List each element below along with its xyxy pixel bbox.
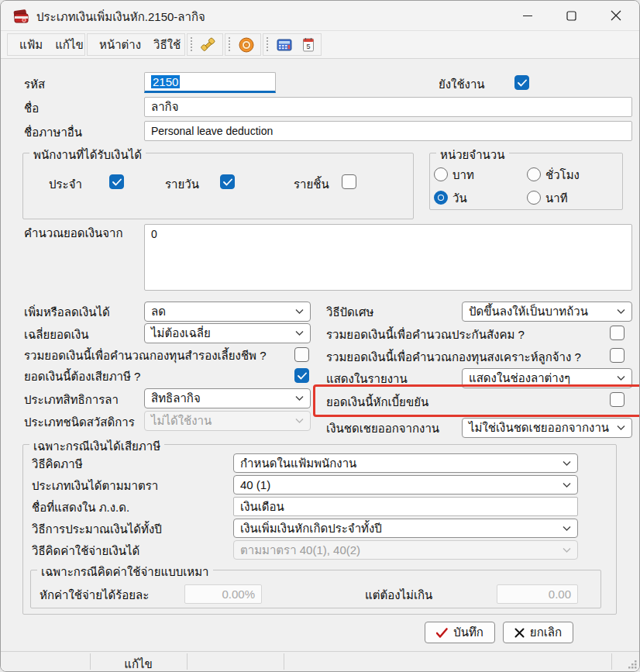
add-deduct-dropdown[interactable]: ลด (144, 302, 311, 322)
report-value: แสดงในช่องลาต่างๆ (469, 369, 570, 388)
sso-checkbox[interactable] (610, 326, 625, 340)
status-divider (187, 653, 188, 670)
chevron-down-icon (295, 419, 304, 424)
menu-help[interactable]: วิธีใช้ (147, 34, 187, 55)
toolbar: แฟ้ม แก้ไข หน้าต่าง วิธีใช้ (1, 30, 639, 59)
diligence-checkbox[interactable] (610, 392, 625, 407)
severance-value: ไม่ใช่เงินชดเชยออกจากงาน (469, 419, 609, 437)
severance-dropdown[interactable]: ไม่ใช่เงินชดเชยออกจากงาน (462, 418, 632, 438)
provident-checkbox[interactable] (294, 347, 309, 362)
toolbar-grip[interactable] (266, 37, 269, 53)
close-button[interactable] (597, 1, 635, 30)
name-label: ชื่อ (24, 101, 39, 116)
unit-hour-label: ชั่วโมง (545, 167, 580, 183)
chevron-down-icon (617, 309, 625, 315)
calendar-day-number: 5 (307, 43, 311, 50)
code-selected-text: 2150 (151, 75, 180, 88)
calc-from-textarea[interactable]: 0 (144, 224, 632, 291)
cancel-button[interactable]: ยกเลิก (503, 622, 573, 643)
toolbar-group-tools: 5 (263, 33, 322, 56)
lump-sum-group-title: เฉพาะกรณีคิดค่าใช้จ่ายแบบเหมา (37, 563, 213, 581)
save-button-label: บันทึก (453, 623, 483, 642)
check-icon (223, 178, 232, 186)
chevron-down-icon (295, 331, 304, 336)
tax-method-value: กำหนดในแฟ้มพนักงาน (240, 454, 356, 473)
expense-method-dropdown: ตามมาตรา 40(1), 40(2) (233, 540, 578, 560)
cancel-button-label: ยกเลิก (530, 623, 562, 642)
unit-day-radio[interactable] (434, 191, 448, 205)
target-tool-button[interactable] (234, 34, 259, 55)
calculator-icon (276, 36, 293, 53)
section-dropdown[interactable]: 40 (1) (233, 475, 578, 495)
app-icon (12, 7, 30, 26)
resize-grip[interactable] (627, 659, 638, 670)
section-value: 40 (1) (240, 478, 270, 491)
phone-icon (200, 36, 217, 53)
leave-right-value: สิทธิลากิจ (151, 389, 201, 408)
expense-percent-value: 0.00% (222, 588, 255, 601)
pnd-name-label: ชื่อที่แสดงใน ภ.ง.ด. (32, 500, 129, 515)
maximize-button[interactable] (554, 1, 588, 30)
name-other-value: Personal leave deduction (151, 125, 273, 137)
permanent-label: ประจำ (49, 177, 82, 192)
chevron-down-icon (617, 376, 625, 381)
save-check-icon (436, 628, 448, 638)
employee-type-group-title: พนักงานที่ได้รับเงินได้ (29, 146, 146, 164)
calendar-tool-button[interactable]: 5 (296, 34, 321, 55)
expense-method-value: ตามมาตรา 40(1), 40(2) (240, 541, 360, 560)
save-button[interactable]: บันทึก (425, 622, 495, 643)
menu-window[interactable]: หน้าต่าง (93, 34, 147, 55)
calculator-tool-button[interactable] (272, 34, 297, 55)
menu-group-file: แฟ้ม แก้ไข (7, 33, 85, 56)
severance-label: เงินชดเชยออกจากงาน (326, 421, 439, 436)
menu-file[interactable]: แฟ้ม (13, 34, 49, 55)
taxable-label: ยอดเงินนี้ต้องเสียภาษี ? (24, 369, 140, 384)
tax-method-dropdown[interactable]: กำหนดในแฟ้มพนักงาน (233, 453, 578, 473)
permanent-checkbox[interactable] (109, 174, 124, 189)
rounding-dropdown[interactable]: ปัดขึ้นลงให้เป็นบาทถ้วน (462, 302, 632, 322)
calc-from-label: คำนวณยอดเงินจาก (24, 226, 123, 241)
unit-day-label: วัน (452, 191, 467, 206)
leave-right-dropdown[interactable]: สิทธิลากิจ (144, 388, 311, 408)
name-other-input[interactable]: Personal leave deduction (144, 121, 632, 141)
unit-minute-radio[interactable] (527, 191, 541, 205)
code-label: รหัส (24, 77, 45, 92)
check-icon (112, 178, 122, 186)
report-dropdown[interactable]: แสดงในช่องลาต่างๆ (462, 368, 632, 388)
expense-percent-input: 0.00% (184, 584, 262, 604)
pnd-name-input[interactable]: เงินเดือน (233, 497, 578, 516)
chevron-down-icon (295, 309, 304, 315)
unit-hour-radio[interactable] (527, 167, 541, 181)
piece-checkbox[interactable] (342, 174, 356, 189)
sso-label: รวมยอดเงินนี้เพื่อคำนวณประกันสังคม ? (326, 327, 525, 343)
estimate-value: เงินเพิ่มเงินหักเกิดประจำทั้งปี (240, 519, 382, 538)
active-checkbox[interactable] (514, 75, 529, 90)
minimize-button[interactable] (511, 1, 545, 30)
name-other-label: ชื่อภาษาอื่น (24, 125, 82, 140)
unit-baht-radio[interactable] (434, 167, 448, 181)
chevron-down-icon (295, 396, 304, 401)
minimize-icon (522, 10, 533, 21)
average-value: ไม่ต้องเฉลี่ย (151, 324, 211, 343)
average-dropdown[interactable]: ไม่ต้องเฉลี่ย (144, 323, 311, 343)
estimate-label: วิธีการประมาณเงินได้ทั้งปี (32, 522, 162, 537)
estimate-dropdown[interactable]: เงินเพิ่มเงินหักเกิดประจำทั้งปี (233, 519, 578, 538)
toolbar-grip[interactable] (190, 37, 193, 53)
taxable-checkbox[interactable] (294, 368, 309, 383)
welfare-label: ประเภทชนิดสวัสดิการ (24, 415, 135, 430)
code-input[interactable]: 2150 (144, 72, 276, 93)
toolbar-grip[interactable] (228, 37, 231, 53)
add-deduct-value: ลด (151, 302, 166, 321)
name-input[interactable]: ลากิจ (144, 97, 632, 117)
max-amount-input: 0.00 (497, 584, 578, 604)
rounding-value: ปัดขึ้นลงให้เป็นบาทถ้วน (469, 302, 588, 321)
close-icon (611, 10, 621, 21)
menu-edit[interactable]: แก้ไข (49, 34, 90, 55)
welfare-fund-checkbox[interactable] (610, 348, 625, 363)
expense-percent-label: หักค่าใช้จ่ายได้ร้อยละ (40, 588, 149, 603)
expense-method-label: วิธีคิดค่าใช้จ่ายเงินได้ (32, 543, 139, 559)
daily-checkbox[interactable] (220, 174, 235, 189)
tax-group-title: เฉพาะกรณีเงินได้เสียภาษี (29, 437, 164, 456)
chevron-down-icon (563, 547, 571, 553)
phone-tool-button[interactable] (196, 34, 221, 55)
